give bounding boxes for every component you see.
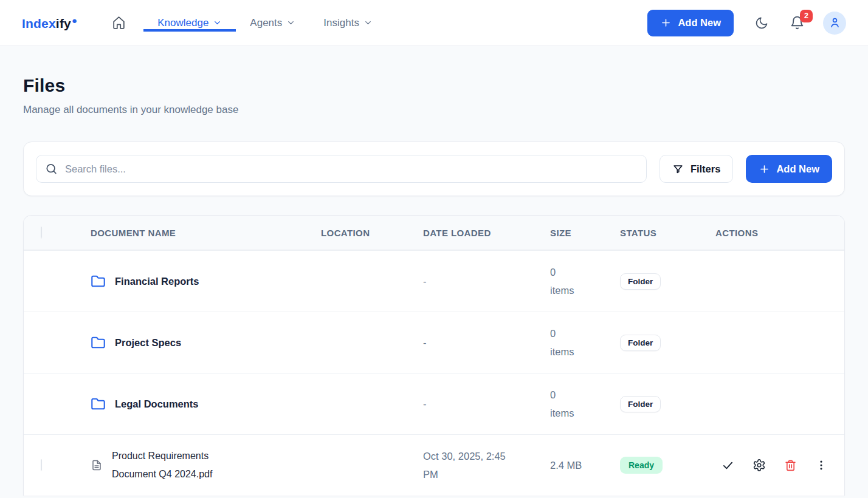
tab-insights[interactable]: Insights <box>309 15 387 32</box>
search-field-wrap <box>36 155 647 183</box>
person-icon <box>828 16 841 29</box>
folder-icon <box>91 397 106 412</box>
folder-icon <box>91 274 106 289</box>
folder-name[interactable]: Legal Documents <box>115 398 199 410</box>
nav-tabs: Knowledge Agents Insights <box>143 15 387 32</box>
table-row-folder-project-specs[interactable]: Project Specs - 0 items Folder <box>24 312 844 373</box>
cell-date-loaded: - <box>423 333 550 352</box>
cell-size: 0 items <box>550 386 620 422</box>
theme-toggle-button[interactable] <box>754 16 769 30</box>
delete-button[interactable] <box>784 459 797 472</box>
kebab-menu-icon <box>815 459 827 471</box>
row-actions <box>715 459 844 472</box>
tab-agents-label: Agents <box>250 17 282 29</box>
chevron-down-icon <box>363 18 373 27</box>
page-title: Files <box>23 75 845 96</box>
brand-logo-dot: ● <box>72 15 77 26</box>
brand-logo[interactable]: Indexify● <box>22 15 77 31</box>
top-nav: Indexify● Knowledge Agents Insights <box>0 0 868 46</box>
check-icon <box>722 459 734 472</box>
tab-knowledge-label: Knowledge <box>157 17 208 29</box>
nav-add-new-button[interactable]: Add New <box>647 10 734 36</box>
status-badge: Ready <box>620 457 663 474</box>
col-header-size: SIZE <box>550 228 620 238</box>
more-options-button[interactable] <box>815 459 827 471</box>
nav-add-new-label: Add New <box>678 17 721 29</box>
toolbar-add-new-button[interactable]: Add New <box>746 155 832 183</box>
search-toolbar: Filters Add New <box>23 142 845 196</box>
file-document-icon <box>91 459 103 471</box>
user-avatar[interactable] <box>823 12 846 35</box>
row-checkbox[interactable] <box>41 459 42 471</box>
search-icon <box>45 163 58 176</box>
cell-size: 0 items <box>550 324 620 361</box>
status-badge: Folder <box>620 273 661 290</box>
brand-logo-part1: Index <box>22 16 56 30</box>
settings-button[interactable] <box>753 459 766 472</box>
moon-icon <box>754 16 769 30</box>
search-input[interactable] <box>36 155 647 183</box>
brand-logo-part2: ify <box>56 16 71 30</box>
notification-badge: 2 <box>800 10 813 22</box>
home-icon <box>111 15 126 30</box>
main-content: Files Manage all documents in your knowl… <box>0 46 868 496</box>
cell-date-loaded: Oct 30, 2025, 2:45 PM <box>423 447 550 483</box>
tab-insights-label: Insights <box>323 17 359 29</box>
col-header-document-name: DOCUMENT NAME <box>91 228 321 238</box>
table-row-folder-financial-reports[interactable]: Financial Reports - 0 items Folder <box>24 250 844 312</box>
cell-date-loaded: - <box>423 272 550 290</box>
folder-icon <box>91 335 106 350</box>
table-row-folder-legal-documents[interactable]: Legal Documents - 0 items Folder <box>24 373 844 434</box>
file-name[interactable]: Product Requirements Document Q4 2024.pd… <box>112 447 241 483</box>
cell-date-loaded: - <box>423 395 550 413</box>
tab-agents[interactable]: Agents <box>236 15 309 32</box>
gear-icon <box>753 459 766 472</box>
filter-funnel-icon <box>672 163 684 175</box>
notifications-button[interactable]: 2 <box>790 15 805 30</box>
folder-name[interactable]: Financial Reports <box>115 276 199 287</box>
filters-button[interactable]: Filters <box>660 155 734 183</box>
select-all-checkbox[interactable] <box>41 227 42 238</box>
table-header-row: DOCUMENT NAME LOCATION DATE LOADED SIZE … <box>24 216 844 250</box>
files-table: DOCUMENT NAME LOCATION DATE LOADED SIZE … <box>23 215 845 496</box>
col-header-status: STATUS <box>620 228 715 238</box>
table-row-file-product-requirements[interactable]: Product Requirements Document Q4 2024.pd… <box>24 434 844 496</box>
plus-icon <box>660 17 672 29</box>
home-button[interactable] <box>111 15 126 30</box>
col-header-date-loaded: DATE LOADED <box>423 228 550 238</box>
chevron-down-icon <box>213 18 222 27</box>
status-badge: Folder <box>620 396 661 412</box>
folder-name[interactable]: Project Specs <box>115 337 181 349</box>
filters-label: Filters <box>691 163 721 175</box>
plus-icon <box>759 163 770 175</box>
chevron-down-icon <box>286 18 295 27</box>
page-subtitle: Manage all documents in your knowledge b… <box>23 104 845 116</box>
cell-size: 2.4 MB <box>550 456 620 474</box>
cell-size: 0 items <box>550 263 620 299</box>
status-badge: Folder <box>620 335 661 351</box>
toolbar-add-new-label: Add New <box>776 163 819 175</box>
col-header-actions: ACTIONS <box>715 228 844 238</box>
col-header-location: LOCATION <box>321 228 423 238</box>
tab-knowledge[interactable]: Knowledge <box>143 15 236 32</box>
approve-button[interactable] <box>722 459 734 472</box>
trash-icon <box>784 459 797 472</box>
